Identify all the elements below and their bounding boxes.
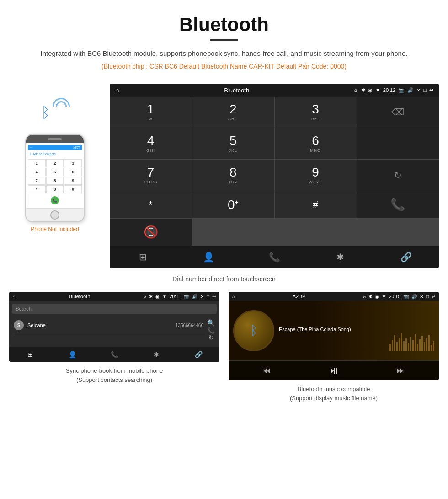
dialpad-bottom-bar: ⊞ 👤 📞 ✱ 🔗 (110, 246, 439, 268)
dialpad-key-6[interactable]: 6 MNO (275, 128, 357, 159)
dialpad-call-red[interactable]: 📵 (110, 219, 192, 246)
contacts-bar-link[interactable]: 🔗 (177, 347, 219, 362)
contacts-bar-user[interactable]: 👤 (51, 347, 93, 362)
dialpad-key-5[interactable]: 5 JKL (192, 128, 274, 159)
page-title: Bluetooth (9, 14, 439, 36)
contacts-screen-body: Search S Seicane 13566664466 🔍 📞 ↻ (9, 301, 219, 347)
contacts-vol-icon: 🔊 (192, 294, 197, 299)
signal-arc-large (49, 94, 74, 119)
dialpad-key-4[interactable]: 4 GHI (110, 128, 192, 159)
status-time: 20:12 (383, 87, 396, 93)
phone-add-contact: + Add to Contacts (28, 150, 82, 158)
bottom-bar-apps[interactable]: ⊞ (110, 246, 176, 268)
contacts-sidebar: 🔍 📞 ↻ (205, 317, 217, 344)
contacts-layout: S Seicane 13566664466 🔍 📞 ↻ (12, 317, 217, 344)
dialpad-backspace[interactable]: ⌫ (357, 97, 439, 128)
bluetooth-bottom-icon: ✱ (336, 252, 344, 263)
phone-key-1: 1 (28, 159, 46, 167)
search-sidebar-icon[interactable]: 🔍 (207, 319, 215, 327)
phone-key-3: 3 (64, 159, 82, 167)
search-placeholder: Search (16, 306, 32, 311)
bottom-bar-link[interactable]: 🔗 (373, 246, 439, 268)
music-body: ᛒ Escape (The Pina Colada Song) (229, 301, 439, 360)
bluetooth-signal: ᛒ (37, 97, 73, 129)
music-panel: ⌂ A2DP ⌀ ✱ ◉ ▼ 20:15 📷 🔊 ✕ □ ↩ ᛒ Escape (229, 292, 439, 402)
dialpad-key-1[interactable]: 1 ∞ (110, 97, 192, 128)
phone-speaker (48, 138, 62, 140)
contacts-bar-phone[interactable]: 📞 (93, 347, 135, 362)
contacts-bar-apps[interactable]: ⊞ (9, 347, 51, 362)
phone-key-7: 7 (28, 177, 46, 185)
dialpad-key-hash[interactable]: # (275, 191, 357, 218)
bluetooth-status-icon: ✱ (361, 87, 365, 93)
dialpad-status-bar: ⌂ Bluetooth ⌀ ✱ ◉ ▼ 20:12 📷 🔊 ✕ □ ↩ (110, 84, 439, 97)
music-album-art: ᛒ (233, 310, 274, 351)
contacts-x-icon: ✕ (200, 294, 204, 299)
back-icon: ↩ (429, 87, 433, 93)
music-usb-icon: ⌀ (363, 294, 366, 299)
bottom-bar-contacts[interactable]: 👤 (176, 246, 241, 268)
skip-back-button[interactable]: ⏮ (262, 366, 271, 376)
contacts-back-icon: ↩ (212, 294, 216, 299)
music-time: 20:15 (389, 294, 400, 299)
volume-icon: 🔊 (407, 87, 414, 93)
contacts-status-bar: ⌂ Bluetooth ⌀ ✱ ◉ ▼ 20:11 📷 🔊 ✕ □ ↩ (9, 292, 219, 301)
contacts-status-title: Bluetooth (18, 294, 141, 299)
music-caption: Bluetooth music compatible (Support disp… (290, 385, 378, 402)
bottom-bar-bluetooth[interactable]: ✱ (307, 246, 373, 268)
sync-sidebar-icon[interactable]: ↻ (208, 334, 214, 341)
home-icon: ⌂ (115, 86, 119, 94)
dialpad-key-2[interactable]: 2 ABC (192, 97, 274, 128)
phone-key-hash: # (64, 185, 82, 193)
contacts-loc-icon: ◉ (155, 294, 160, 299)
phone-screen-header: ··· MXT (28, 145, 82, 150)
dialpad-status-title: Bluetooth (123, 87, 350, 94)
phone-key-star: * (28, 185, 46, 193)
contacts-usb-icon: ⌀ (144, 294, 146, 299)
link-bar-icon: 🔗 (195, 351, 203, 358)
bottom-bar-phone[interactable]: 📞 (241, 246, 307, 268)
music-status-title: A2DP (238, 294, 360, 299)
dialpad-call-green[interactable]: 📞 (357, 191, 439, 218)
title-underline (210, 39, 238, 41)
contacts-wifi-icon: ▼ (162, 294, 167, 299)
dialpad-key-star[interactable]: * (110, 191, 192, 218)
sync-icon: ↻ (394, 170, 402, 181)
usb-icon: ⌀ (354, 87, 357, 93)
user-bar-icon: 👤 (69, 351, 76, 358)
play-pause-button[interactable]: ⏯ (329, 365, 339, 376)
skip-forward-button[interactable]: ⏭ (397, 366, 405, 376)
page-specs: (Bluetooth chip : CSR BC6 Default Blueto… (9, 63, 439, 70)
dialpad-key-3[interactable]: 3 DEF (275, 97, 357, 128)
dialpad-key-7[interactable]: 7 PQRS (110, 160, 192, 191)
dialpad-key-8[interactable]: 8 TUV (192, 160, 274, 191)
contacts-time: 20:11 (170, 294, 181, 299)
bt-bar-icon: ✱ (154, 351, 159, 358)
music-visualizer (389, 333, 434, 351)
contacts-win-icon: □ (207, 294, 209, 299)
call-sidebar-icon[interactable]: 📞 (207, 327, 215, 334)
music-controls: ⏮ ⏯ ⏭ (229, 360, 439, 380)
music-wifi-icon: ▼ (382, 294, 386, 299)
dialpad-key-0[interactable]: 0+ (192, 191, 274, 218)
search-bar[interactable]: Search (12, 304, 217, 314)
camera-icon: 📷 (398, 87, 405, 93)
music-back-icon: ↩ (432, 294, 435, 299)
dialpad-key-9[interactable]: 9 WXYZ (275, 160, 357, 191)
link-icon: 🔗 (400, 252, 412, 263)
bluetooth-icon: ᛒ (41, 104, 50, 121)
wifi-icon: ▼ (375, 87, 380, 93)
contacts-caption: Sync phone-book from mobile phone (Suppo… (66, 366, 163, 384)
contacts-bar-bt[interactable]: ✱ (135, 347, 177, 362)
call-red-icon: 📵 (144, 225, 158, 239)
music-song-title: Escape (The Pina Colada Song) (279, 327, 434, 332)
music-screen: ⌂ A2DP ⌀ ✱ ◉ ▼ 20:15 📷 🔊 ✕ □ ↩ ᛒ Escape (229, 292, 439, 380)
dialpad-sync[interactable]: ↻ (357, 160, 439, 191)
album-bluetooth-icon: ᛒ (250, 323, 258, 338)
phone-key-8: 8 (46, 177, 64, 185)
contacts-icon: 👤 (203, 252, 214, 263)
phone-bottom-row: 📞 (28, 194, 82, 206)
music-info: Escape (The Pina Colada Song) (279, 327, 434, 335)
contact-row: S Seicane 13566664466 (12, 317, 205, 334)
main-section: ᛒ ··· MXT + Add to Contacts 1 2 (0, 84, 448, 268)
